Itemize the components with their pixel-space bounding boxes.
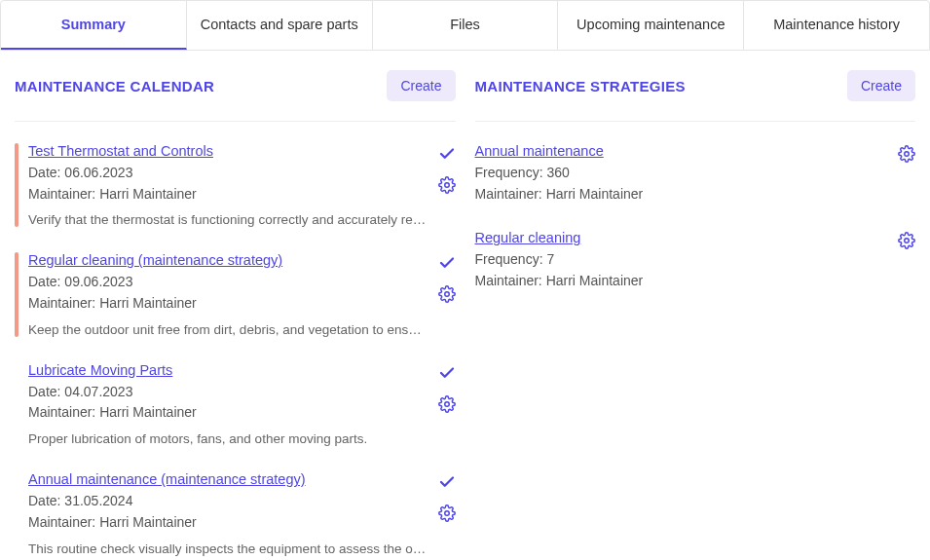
strategy-item-maintainer: Maintainer: Harri Maintainer <box>475 184 889 205</box>
accent-bar <box>15 143 19 227</box>
tab-summary[interactable]: Summary <box>1 1 187 50</box>
strategy-item-title[interactable]: Regular cleaning <box>475 230 581 245</box>
calendar-item-date: Date: 31.05.2024 <box>28 491 428 512</box>
calendar-item: Regular cleaning (maintenance strategy) … <box>15 252 456 336</box>
gear-icon[interactable] <box>438 285 456 303</box>
gear-icon[interactable] <box>438 395 456 413</box>
svg-point-0 <box>444 183 449 188</box>
calendar-create-button[interactable]: Create <box>387 70 455 101</box>
strategies-title: MAINTENANCE STRATEGIES <box>475 78 686 94</box>
check-icon[interactable] <box>438 473 456 491</box>
calendar-item-actions <box>438 143 456 227</box>
accent-bar <box>15 471 19 555</box>
strategy-item-body: Annual maintenance Frequency: 360 Mainta… <box>475 143 889 205</box>
calendar-item-actions <box>438 252 456 336</box>
calendar-item-desc: This routine check visually inspects the… <box>28 541 428 556</box>
svg-point-1 <box>444 292 449 297</box>
calendar-column: MAINTENANCE CALENDAR Create Test Thermos… <box>15 70 456 560</box>
strategy-item: Regular cleaning Frequency: 7 Maintainer… <box>475 230 916 291</box>
calendar-item-maintainer: Maintainer: Harri Maintainer <box>28 402 428 424</box>
calendar-item-actions <box>438 362 456 446</box>
check-icon[interactable] <box>438 364 456 382</box>
tab-contacts-spare-parts[interactable]: Contacts and spare parts <box>187 1 373 50</box>
gear-icon[interactable] <box>898 145 915 163</box>
tab-files[interactable]: Files <box>373 1 559 50</box>
calendar-item-desc: Proper lubrication of motors, fans, and … <box>28 431 428 446</box>
calendar-item: Lubricate Moving Parts Date: 04.07.2023 … <box>15 362 456 446</box>
calendar-item-maintainer: Maintainer: Harri Maintainer <box>28 293 428 315</box>
tab-maintenance-history[interactable]: Maintenance history <box>744 1 929 50</box>
strategies-create-button[interactable]: Create <box>847 70 915 101</box>
tab-upcoming-maintenance[interactable]: Upcoming maintenance <box>558 1 744 50</box>
calendar-item-body: Lubricate Moving Parts Date: 04.07.2023 … <box>28 362 428 446</box>
strategy-item-frequency: Frequency: 7 <box>475 249 889 271</box>
svg-point-5 <box>905 239 910 243</box>
svg-point-3 <box>444 511 449 516</box>
strategies-column: MAINTENANCE STRATEGIES Create Annual mai… <box>475 70 916 560</box>
svg-point-4 <box>905 152 910 157</box>
accent-bar <box>15 252 19 336</box>
check-icon[interactable] <box>438 254 456 272</box>
calendar-item: Test Thermostat and Controls Date: 06.06… <box>15 143 456 227</box>
strategy-item-actions <box>898 230 915 291</box>
calendar-item-body: Test Thermostat and Controls Date: 06.06… <box>28 143 428 227</box>
calendar-item-body: Regular cleaning (maintenance strategy) … <box>28 252 428 336</box>
calendar-item-date: Date: 09.06.2023 <box>28 272 428 293</box>
calendar-item: Annual maintenance (maintenance strategy… <box>15 471 456 555</box>
calendar-item-title[interactable]: Test Thermostat and Controls <box>28 143 213 159</box>
accent-bar <box>15 362 19 446</box>
strategy-item-actions <box>898 143 915 205</box>
strategy-item-body: Regular cleaning Frequency: 7 Maintainer… <box>475 230 889 291</box>
calendar-item-actions <box>438 471 456 555</box>
tabs-bar: Summary Contacts and spare parts Files U… <box>0 0 930 51</box>
strategy-item: Annual maintenance Frequency: 360 Mainta… <box>475 143 916 205</box>
calendar-item-title[interactable]: Regular cleaning (maintenance strategy) <box>28 252 282 268</box>
calendar-item-date: Date: 06.06.2023 <box>28 163 428 184</box>
calendar-item-maintainer: Maintainer: Harri Maintainer <box>28 512 428 534</box>
calendar-item-desc: Keep the outdoor unit free from dirt, de… <box>28 322 428 337</box>
check-icon[interactable] <box>438 145 456 163</box>
strategy-item-maintainer: Maintainer: Harri Maintainer <box>475 271 889 292</box>
calendar-item-date: Date: 04.07.2023 <box>28 382 428 403</box>
calendar-item-desc: Verify that the thermostat is functionin… <box>28 212 428 227</box>
svg-point-2 <box>444 402 449 407</box>
gear-icon[interactable] <box>898 232 915 249</box>
calendar-item-title[interactable]: Lubricate Moving Parts <box>28 362 172 378</box>
calendar-item-maintainer: Maintainer: Harri Maintainer <box>28 184 428 205</box>
content: MAINTENANCE CALENDAR Create Test Thermos… <box>0 51 930 560</box>
gear-icon[interactable] <box>438 176 456 194</box>
strategy-item-frequency: Frequency: 360 <box>475 163 889 184</box>
strategy-item-title[interactable]: Annual maintenance <box>475 143 604 159</box>
calendar-item-body: Annual maintenance (maintenance strategy… <box>28 471 428 555</box>
gear-icon[interactable] <box>438 504 456 522</box>
calendar-item-title[interactable]: Annual maintenance (maintenance strategy… <box>28 471 306 487</box>
strategies-header: MAINTENANCE STRATEGIES Create <box>475 70 916 122</box>
calendar-title: MAINTENANCE CALENDAR <box>15 78 214 94</box>
calendar-header: MAINTENANCE CALENDAR Create <box>15 70 456 122</box>
